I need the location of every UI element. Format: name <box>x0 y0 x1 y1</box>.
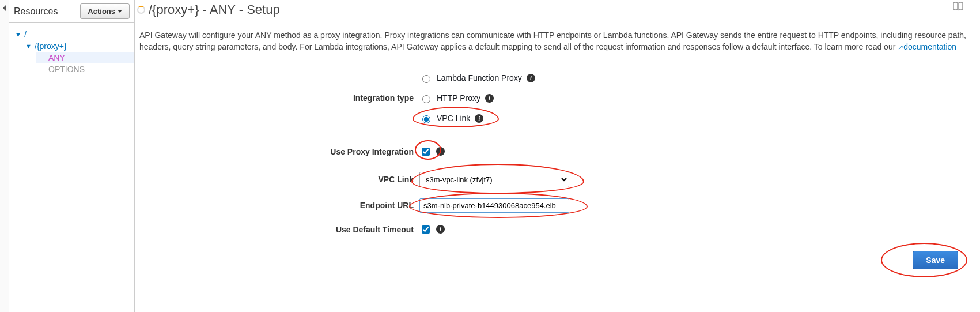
endpoint-url-label: Endpoint URL <box>135 201 419 210</box>
vpc-link-row: VPC Link s3m-vpc-link (zfvjt7) <box>135 161 970 191</box>
use-proxy-label: Use Proxy Integration <box>135 147 419 156</box>
endpoint-url-row: Endpoint URL <box>135 191 970 217</box>
documentation-link[interactable]: ↗documentation <box>898 42 956 51</box>
radio-lambda-input[interactable] <box>422 75 430 83</box>
save-row: Save <box>135 239 970 269</box>
sidebar-collapse-toggle[interactable] <box>0 0 9 312</box>
tree-method-any[interactable]: ANY <box>36 52 134 63</box>
radio-vpc[interactable]: VPC Link i <box>419 111 483 126</box>
page-title: /{proxy+} - ANY - Setup <box>149 2 280 17</box>
info-icon[interactable]: i <box>436 147 445 156</box>
endpoint-url-input[interactable] <box>419 198 569 213</box>
loading-icon <box>137 6 145 14</box>
integration-type-row: Integration type Lambda Function Proxy i… <box>135 67 970 130</box>
tree-proxy[interactable]: ▼ /{proxy+} <box>25 40 134 52</box>
vpc-link-select[interactable]: s3m-vpc-link (zfvjt7) <box>419 172 569 187</box>
sidebar-title: Resources <box>14 6 58 17</box>
resource-tree: ▼ / ▼ /{proxy+} ANY OPTIONS <box>9 23 134 75</box>
description-text: API Gateway will configure your ANY meth… <box>139 31 966 51</box>
caret-down-icon <box>118 10 122 13</box>
radio-vpc-input[interactable] <box>422 115 430 123</box>
info-icon[interactable]: i <box>527 74 535 82</box>
radio-lambda[interactable]: Lambda Function Proxy i <box>419 71 535 85</box>
setup-form: Integration type Lambda Function Proxy i… <box>135 55 970 269</box>
radio-http[interactable]: HTTP Proxy i <box>419 91 494 106</box>
info-icon[interactable]: i <box>436 225 445 234</box>
default-timeout-label: Use Default Timeout <box>135 225 419 234</box>
integration-type-label: Integration type <box>135 93 419 103</box>
tree-method-options[interactable]: OPTIONS <box>36 63 134 75</box>
main-header: /{proxy+} - ANY - Setup <box>135 0 970 21</box>
tree-root[interactable]: ▼ / <box>15 29 134 40</box>
radio-lambda-label: Lambda Function Proxy <box>437 73 522 82</box>
default-timeout-checkbox[interactable] <box>422 225 430 234</box>
actions-button[interactable]: Actions <box>80 3 130 19</box>
sidebar: Resources Actions ▼ / ▼ /{proxy+} ANY OP… <box>9 0 135 312</box>
chevron-down-icon[interactable]: ▼ <box>25 43 32 50</box>
sidebar-header: Resources Actions <box>9 0 134 23</box>
main-content: /{proxy+} - ANY - Setup API Gateway will… <box>135 0 980 312</box>
radio-http-input[interactable] <box>422 95 430 103</box>
use-proxy-checkbox[interactable] <box>422 148 430 156</box>
info-icon[interactable]: i <box>485 94 494 103</box>
vpc-link-label: VPC Link <box>135 175 419 184</box>
documentation-link-label: documentation <box>903 42 956 51</box>
actions-button-label: Actions <box>88 7 115 16</box>
default-timeout-row: Use Default Timeout i <box>135 217 970 239</box>
radio-vpc-label: VPC Link <box>437 114 470 123</box>
radio-http-label: HTTP Proxy <box>437 93 480 103</box>
info-icon[interactable]: i <box>475 114 483 123</box>
save-button[interactable]: Save <box>913 251 958 269</box>
tree-proxy-label: /{proxy+} <box>35 42 67 51</box>
external-link-icon: ↗ <box>898 43 903 51</box>
page-description: API Gateway will configure your ANY meth… <box>135 21 970 55</box>
chevron-down-icon[interactable]: ▼ <box>15 31 22 38</box>
use-proxy-row: Use Proxy Integration i <box>135 130 970 161</box>
tree-root-label: / <box>24 30 27 39</box>
documentation-icon[interactable] <box>952 1 964 13</box>
